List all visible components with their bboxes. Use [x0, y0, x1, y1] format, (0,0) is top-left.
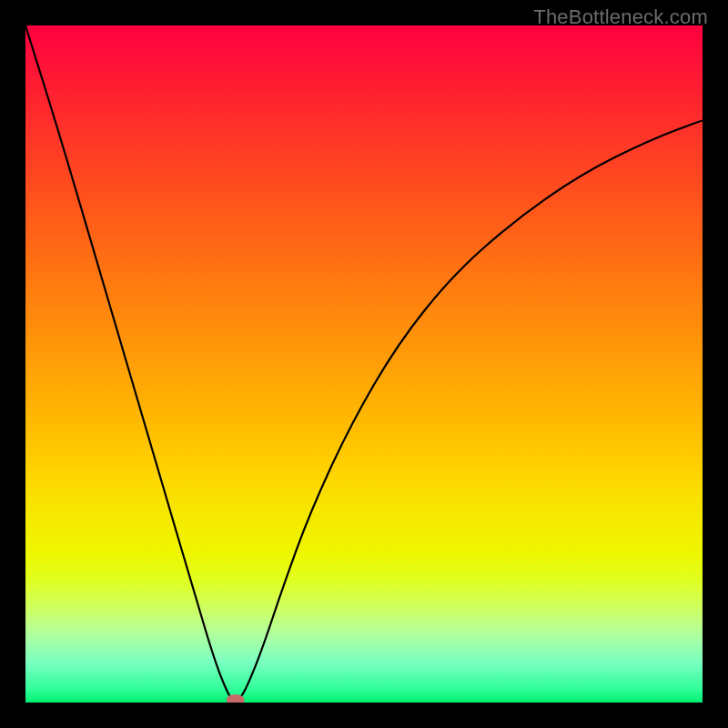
- bottleneck-curve: [25, 25, 703, 701]
- chart-container: TheBottleneck.com: [0, 0, 728, 728]
- curve-layer: [25, 25, 703, 703]
- plot-area: [25, 25, 703, 703]
